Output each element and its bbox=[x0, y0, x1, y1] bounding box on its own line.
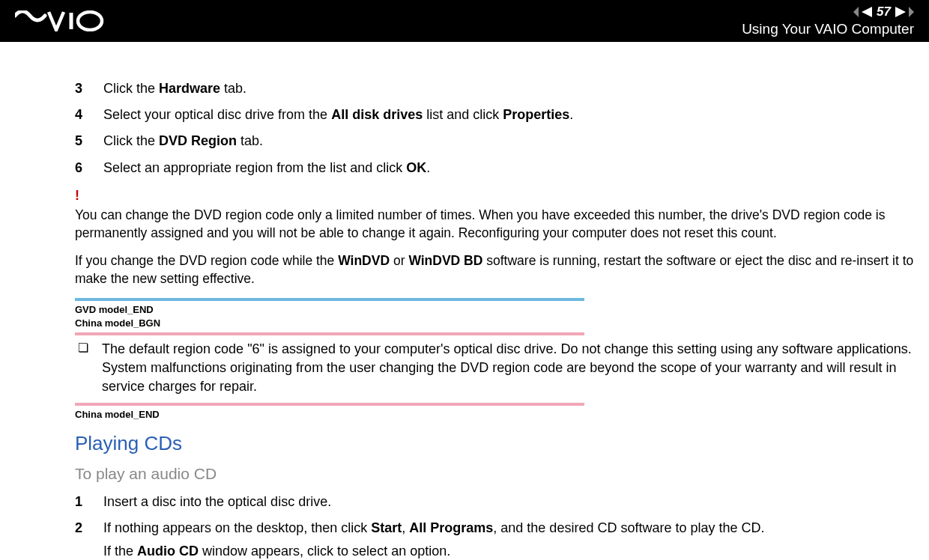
step-text: If nothing appears on the desktop, then … bbox=[103, 519, 914, 560]
subheading-play-audio-cd: To play an audio CD bbox=[75, 463, 914, 484]
svg-point-1 bbox=[78, 12, 102, 30]
header-right: 57 Using Your VAIO Computer bbox=[742, 4, 914, 37]
step-number: 6 bbox=[75, 159, 88, 177]
caution-text-2: If you change the DVD region code while … bbox=[75, 252, 914, 287]
caution-icon: ! bbox=[75, 186, 914, 205]
model-label-china-end: China model_END bbox=[75, 409, 914, 421]
step-row: 1Insert a disc into the optical disc dri… bbox=[75, 493, 914, 511]
step-text: Click the Hardware tab. bbox=[103, 79, 914, 98]
divider-pink-end bbox=[75, 403, 584, 406]
page-content: 3Click the Hardware tab.4Select your opt… bbox=[0, 42, 929, 560]
steps-play-cd: 1Insert a disc into the optical disc dri… bbox=[75, 493, 914, 560]
step-text: Click the DVD Region tab. bbox=[103, 132, 914, 150]
section-heading-playing-cds: Playing CDs bbox=[75, 430, 914, 457]
step-number: 2 bbox=[75, 519, 88, 538]
step-number: 1 bbox=[75, 493, 88, 511]
vaio-logo bbox=[15, 10, 112, 31]
svg-rect-0 bbox=[70, 13, 73, 29]
step-row: 2If nothing appears on the desktop, then… bbox=[75, 519, 914, 560]
step-text: Select an appropriate region from the li… bbox=[103, 159, 914, 177]
step-text: Select your optical disc drive from the … bbox=[103, 106, 914, 124]
steps-region-code: 3Click the Hardware tab.4Select your opt… bbox=[75, 79, 914, 177]
step-number: 5 bbox=[75, 132, 88, 150]
model-label-china-bgn: China model_BGN bbox=[75, 317, 914, 329]
nav-prev-icon[interactable] bbox=[862, 7, 872, 17]
step-row: 4Select your optical disc drive from the… bbox=[75, 106, 914, 124]
bullet-text: The default region code "6" is assigned … bbox=[102, 340, 914, 397]
step-subtext: If the Audio CD window appears, click to… bbox=[103, 542, 914, 560]
caution-block: ! You can change the DVD region code onl… bbox=[75, 186, 914, 288]
step-row: 6Select an appropriate region from the l… bbox=[75, 159, 914, 177]
page-header: 57 Using Your VAIO Computer bbox=[0, 0, 929, 42]
divider-pink-bgn bbox=[75, 332, 584, 335]
bullet-region-note: ❏ The default region code "6" is assigne… bbox=[78, 340, 914, 397]
step-row: 5Click the DVD Region tab. bbox=[75, 132, 914, 150]
nav-next-icon[interactable] bbox=[895, 7, 906, 17]
bullet-icon: ❏ bbox=[78, 340, 90, 397]
header-title: Using Your VAIO Computer bbox=[742, 21, 914, 37]
step-number: 4 bbox=[75, 106, 88, 124]
step-row: 3Click the Hardware tab. bbox=[75, 79, 914, 98]
page-number: 57 bbox=[877, 4, 891, 19]
step-number: 3 bbox=[75, 79, 88, 98]
nav-prev-shadow bbox=[853, 7, 859, 17]
divider-blue-end bbox=[75, 298, 584, 301]
nav-next-shadow bbox=[909, 7, 914, 17]
step-text: Insert a disc into the optical disc driv… bbox=[103, 493, 914, 511]
model-label-gvd-end: GVD model_END bbox=[75, 304, 914, 316]
caution-text-1: You can change the DVD region code only … bbox=[75, 207, 914, 242]
